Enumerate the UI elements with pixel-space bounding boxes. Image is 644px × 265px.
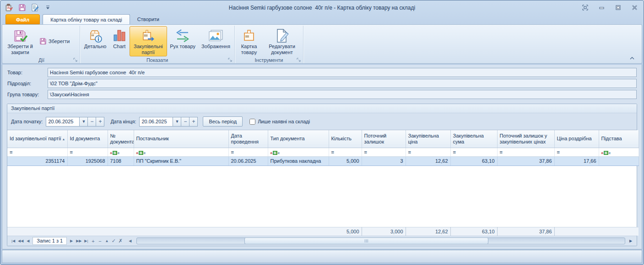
filter-lot-id[interactable]: = <box>7 148 67 156</box>
filter-supplier[interactable]: aBc <box>134 148 228 156</box>
nav-prev-button[interactable]: ◀ <box>25 237 31 245</box>
nav-edit-button[interactable]: ▲ <box>103 237 110 245</box>
scroll-left-icon[interactable]: ◀ <box>127 237 133 245</box>
column-header-doc-type[interactable]: Тип документа <box>268 130 329 148</box>
column-header-lot-id[interactable]: Id закупівельної партії▲ <box>7 130 67 148</box>
equals-filter-icon: = <box>500 149 503 155</box>
filter-current-balance[interactable]: = <box>362 148 406 156</box>
cell-date[interactable]: 20.06.2025 <box>228 156 268 166</box>
column-header-balance-in-prices[interactable]: Поточний залишок у закупівельних цінах <box>497 130 554 148</box>
edit-document-button[interactable]: Редагувати документ <box>262 26 302 56</box>
date-start-dropdown-icon[interactable]: ▼ <box>80 117 88 127</box>
column-header-supplier[interactable]: Постачальник <box>134 130 228 148</box>
horizontal-scrollbar[interactable] <box>136 237 625 244</box>
cell-quantity[interactable]: 5,000 <box>329 156 362 166</box>
product-group-field[interactable] <box>48 90 637 99</box>
box-icon <box>241 28 257 44</box>
column-header-date[interactable]: Дата проведення <box>228 130 268 148</box>
actions-dialog-launcher-icon[interactable] <box>73 58 78 62</box>
column-header-retail-price[interactable]: Ціна роздрібна <box>554 130 599 148</box>
column-header-basis[interactable]: Підстава <box>599 130 639 148</box>
cell-supplier[interactable]: ПП "Скрипник Е.В." <box>134 156 228 166</box>
column-header-doc-no[interactable]: № документа <box>108 130 134 148</box>
cell-balance-in-prices[interactable]: 37,86 <box>497 156 554 166</box>
grid-empty-area <box>7 166 637 227</box>
edit-document-icon[interactable] <box>30 4 39 12</box>
purchase-lots-label: Закупівельні партії <box>131 44 166 55</box>
nav-last-button[interactable]: ▶| <box>83 237 89 245</box>
filter-basis[interactable]: aBc <box>599 148 639 156</box>
show-dialog-launcher-icon[interactable] <box>228 58 233 62</box>
nav-next-button[interactable]: ▶ <box>68 237 75 245</box>
table-row[interactable]: 2351174 1925068 7108 ПП "Скрипник Е.В." … <box>7 156 639 166</box>
doc-pencil-icon <box>274 28 290 44</box>
qat-customize-icon[interactable] <box>43 4 52 12</box>
nav-next-page-button[interactable]: ▶▶ <box>75 237 82 245</box>
filter-purchase-sum[interactable]: = <box>450 148 497 156</box>
date-end-plus-button[interactable]: + <box>189 117 198 127</box>
date-start-minus-button[interactable]: − <box>88 117 96 127</box>
close-icon[interactable] <box>629 4 639 11</box>
movement-button[interactable]: Рух товару <box>167 26 198 56</box>
nav-post-button[interactable]: ✓ <box>110 237 117 245</box>
date-end-input[interactable] <box>139 117 173 127</box>
fit-window-icon[interactable] <box>580 4 590 11</box>
purchase-lots-button[interactable]: Закупівельні партії <box>130 26 168 56</box>
scrollbar-thumb[interactable] <box>244 237 488 244</box>
ribbon: Зберегти й закрити Зберегти Дії <box>2 24 642 64</box>
cell-doc-id[interactable]: 1925068 <box>67 156 108 166</box>
item-card-button[interactable]: Картка товару <box>236 26 262 56</box>
tab-create[interactable]: Створити <box>130 14 167 24</box>
filter-purchase-price[interactable]: = <box>406 148 450 156</box>
date-end-minus-button[interactable]: − <box>181 117 189 127</box>
minimize-icon[interactable] <box>596 4 606 11</box>
filter-retail-price[interactable]: = <box>554 148 599 156</box>
collapse-ribbon-icon[interactable] <box>629 55 635 61</box>
cell-purchase-price[interactable]: 12,62 <box>406 156 450 166</box>
only-in-stock-checkbox[interactable] <box>249 119 255 125</box>
cell-current-balance[interactable]: 3 <box>362 156 406 166</box>
column-header-quantity[interactable]: Кількість <box>329 130 362 148</box>
restore-icon[interactable] <box>613 4 623 11</box>
tab-card[interactable]: Картка обліку товару на складі <box>43 14 130 24</box>
images-button[interactable]: Зображення <box>198 26 233 56</box>
date-start-editor: ▼ − + <box>46 117 104 127</box>
column-header-purchase-price[interactable]: Закупівельна ціна <box>406 130 450 148</box>
details-button[interactable]: Детально <box>81 26 109 56</box>
nav-prev-page-button[interactable]: ◀◀ <box>17 237 24 245</box>
nav-append-button[interactable]: + <box>90 237 96 245</box>
date-end-dropdown-icon[interactable]: ▼ <box>173 117 181 127</box>
filter-doc-no[interactable]: aBc <box>108 148 134 156</box>
chart-button[interactable]: Chart <box>109 26 129 56</box>
tab-file[interactable]: Файл <box>5 14 40 24</box>
nav-first-button[interactable]: |◀ <box>10 237 16 245</box>
save-icon[interactable] <box>17 4 27 12</box>
save-and-close-button[interactable]: Зберегти й закрити <box>4 26 36 56</box>
date-start-input[interactable] <box>46 117 80 127</box>
filter-date[interactable]: = <box>228 148 268 156</box>
nav-cancel-button[interactable]: ✗ <box>117 237 124 245</box>
product-field[interactable] <box>48 68 637 77</box>
grid-filter-row: = = aBc aBc = aBc = = = = = = aBc <box>7 148 639 156</box>
nav-delete-button[interactable]: − <box>97 237 103 245</box>
department-field[interactable] <box>48 79 637 88</box>
date-start-plus-button[interactable]: + <box>96 117 104 127</box>
save-button[interactable]: Зберегти <box>36 36 73 46</box>
checkin-icon[interactable] <box>5 4 14 12</box>
filter-quantity[interactable]: = <box>329 148 362 156</box>
column-header-doc-id[interactable]: Id документа <box>67 130 108 148</box>
whole-period-button[interactable]: Весь період <box>203 116 243 127</box>
column-header-purchase-sum[interactable]: Закупівельна сума <box>450 130 497 148</box>
cell-basis[interactable] <box>599 156 639 166</box>
cell-purchase-sum[interactable]: 63,10 <box>450 156 497 166</box>
filter-doc-id[interactable]: = <box>67 148 108 156</box>
cell-doc-type[interactable]: Прибуткова накладна <box>268 156 329 166</box>
filter-doc-type[interactable]: aBc <box>268 148 329 156</box>
column-header-current-balance[interactable]: Поточний залишок <box>362 130 406 148</box>
scroll-right-icon[interactable]: ▶ <box>628 239 634 243</box>
filter-balance-in-prices[interactable]: = <box>497 148 554 156</box>
tools-dialog-launcher-icon[interactable] <box>297 58 301 62</box>
cell-retail-price[interactable]: 17,66 <box>554 156 599 166</box>
cell-doc-no[interactable]: 7108 <box>108 156 134 166</box>
cell-lot-id[interactable]: 2351174 <box>7 156 67 166</box>
